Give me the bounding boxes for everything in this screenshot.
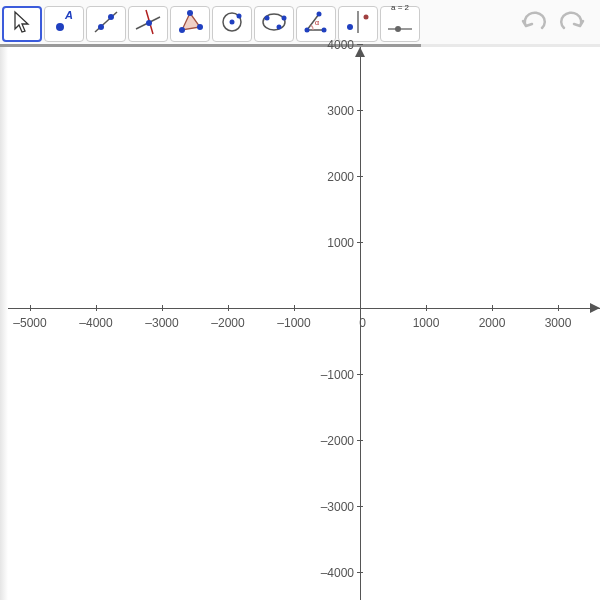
svg-point-3 xyxy=(98,24,104,30)
ellipse-icon xyxy=(259,7,289,41)
svg-point-12 xyxy=(230,20,235,25)
y-tick-label: 3000 xyxy=(304,104,354,118)
svg-point-19 xyxy=(305,28,310,33)
x-tick-label: –5000 xyxy=(5,316,55,330)
pointer-icon xyxy=(7,7,37,41)
x-tick-label: –2000 xyxy=(203,316,253,330)
x-tick-label: –3000 xyxy=(137,316,187,330)
svg-point-20 xyxy=(322,28,327,33)
undo-redo-group xyxy=(520,10,598,38)
y-tick-label: –3000 xyxy=(304,500,354,514)
perpendicular-icon xyxy=(133,7,163,41)
svg-point-16 xyxy=(277,25,282,30)
y-tick-label: –2000 xyxy=(304,434,354,448)
svg-point-1 xyxy=(56,23,64,31)
svg-line-2 xyxy=(95,12,117,32)
reflect-tool[interactable] xyxy=(338,6,378,42)
svg-point-23 xyxy=(347,24,353,30)
svg-point-24 xyxy=(364,15,369,20)
svg-point-7 xyxy=(146,20,152,26)
svg-point-4 xyxy=(108,14,114,20)
reflect-icon xyxy=(343,7,373,41)
perpendicular-tool[interactable] xyxy=(128,6,168,42)
circle-icon xyxy=(217,7,247,41)
svg-point-8 xyxy=(179,27,185,33)
move-tool[interactable] xyxy=(2,6,42,42)
svg-text:A: A xyxy=(64,9,73,21)
y-tick-label: –4000 xyxy=(304,566,354,580)
redo-icon xyxy=(558,10,586,34)
circle-tool[interactable] xyxy=(212,6,252,42)
angle-icon: α xyxy=(301,7,331,41)
toolbar: A α a = 2 xyxy=(0,0,600,44)
svg-text:α: α xyxy=(315,19,319,26)
slider-tool[interactable]: a = 2 xyxy=(380,6,420,42)
svg-point-13 xyxy=(237,14,242,19)
point-tool[interactable]: A xyxy=(44,6,84,42)
svg-point-9 xyxy=(187,10,193,16)
graph-canvas[interactable]: –5000–4000–3000–2000–1000010002000300040… xyxy=(0,47,600,600)
x-tick-label: –4000 xyxy=(71,316,121,330)
angle-tool[interactable]: α xyxy=(296,6,336,42)
y-tick-label: –1000 xyxy=(304,368,354,382)
x-axis-arrow xyxy=(590,303,600,313)
svg-point-17 xyxy=(282,16,287,21)
y-tick-label: 4000 xyxy=(304,38,354,52)
y-tick-label: 2000 xyxy=(304,170,354,184)
y-axis-arrow xyxy=(355,47,365,57)
x-tick-label: –1000 xyxy=(269,316,319,330)
svg-point-21 xyxy=(317,12,322,17)
svg-point-26 xyxy=(395,26,401,32)
x-tick-label: 2000 xyxy=(467,316,517,330)
x-tick-label: 3000 xyxy=(533,316,583,330)
svg-point-10 xyxy=(197,24,203,30)
line-tool[interactable] xyxy=(86,6,126,42)
undo-icon xyxy=(520,10,548,34)
x-tick-label: 1000 xyxy=(401,316,451,330)
polygon-icon xyxy=(175,7,205,41)
slider-icon: a = 2 xyxy=(385,4,415,44)
svg-point-15 xyxy=(265,16,270,21)
undo-button[interactable] xyxy=(520,10,548,38)
y-tick-label: 1000 xyxy=(304,236,354,250)
polygon-tool[interactable] xyxy=(170,6,210,42)
line-icon xyxy=(91,7,121,41)
conic-tool[interactable] xyxy=(254,6,294,42)
point-icon: A xyxy=(49,7,79,41)
redo-button[interactable] xyxy=(558,10,586,38)
x-tick-label: 0 xyxy=(346,316,366,330)
